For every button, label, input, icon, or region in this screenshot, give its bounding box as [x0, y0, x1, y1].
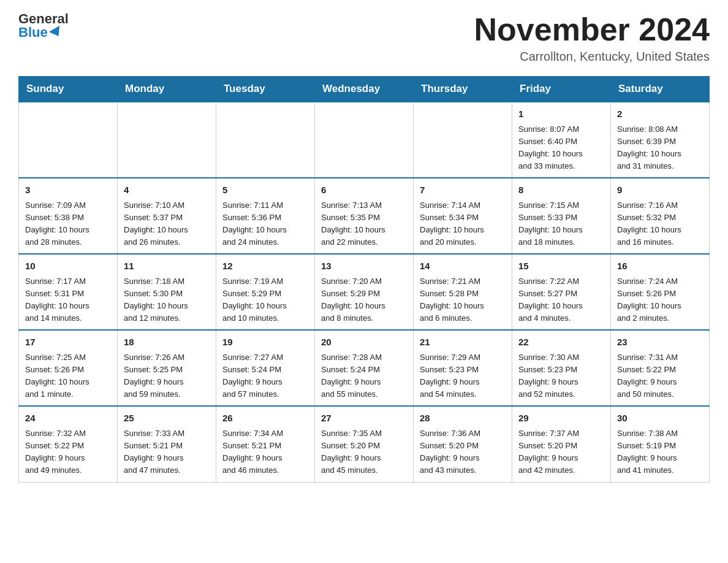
logo: General Blue: [18, 12, 69, 39]
day-number: 16: [617, 259, 703, 274]
day-info: Sunrise: 7:17 AM Sunset: 5:31 PM Dayligh…: [25, 275, 111, 325]
page-header: General Blue November 2024 Carrollton, K…: [18, 12, 710, 64]
day-info: Sunrise: 7:13 AM Sunset: 5:35 PM Dayligh…: [321, 199, 407, 249]
day-number: 28: [420, 412, 506, 426]
calendar-cell: 14Sunrise: 7:21 AM Sunset: 5:28 PM Dayli…: [414, 254, 512, 330]
day-info: Sunrise: 7:37 AM Sunset: 5:20 PM Dayligh…: [518, 427, 604, 477]
day-info: Sunrise: 7:34 AM Sunset: 5:21 PM Dayligh…: [222, 427, 308, 477]
week-row-1: 1Sunrise: 8:07 AM Sunset: 6:40 PM Daylig…: [19, 102, 710, 178]
calendar-cell: 1Sunrise: 8:07 AM Sunset: 6:40 PM Daylig…: [512, 102, 611, 178]
day-info: Sunrise: 7:31 AM Sunset: 5:22 PM Dayligh…: [617, 351, 703, 401]
logo-triangle-icon: [49, 26, 64, 39]
day-number: 13: [321, 259, 407, 274]
day-info: Sunrise: 7:28 AM Sunset: 5:24 PM Dayligh…: [321, 351, 407, 401]
day-info: Sunrise: 7:20 AM Sunset: 5:29 PM Dayligh…: [321, 275, 407, 325]
calendar-cell: 18Sunrise: 7:26 AM Sunset: 5:25 PM Dayli…: [118, 330, 216, 406]
calendar-cell: 4Sunrise: 7:10 AM Sunset: 5:37 PM Daylig…: [118, 178, 216, 254]
title-area: November 2024 Carrollton, Kentucky, Unit…: [474, 12, 710, 64]
day-info: Sunrise: 7:18 AM Sunset: 5:30 PM Dayligh…: [124, 275, 210, 325]
day-number: 15: [518, 259, 604, 274]
calendar-cell: 17Sunrise: 7:25 AM Sunset: 5:26 PM Dayli…: [19, 330, 118, 406]
day-info: Sunrise: 7:16 AM Sunset: 5:32 PM Dayligh…: [617, 199, 703, 249]
calendar-cell: [118, 102, 216, 178]
day-info: Sunrise: 7:10 AM Sunset: 5:37 PM Dayligh…: [124, 199, 210, 249]
day-number: 5: [222, 183, 308, 197]
day-info: Sunrise: 7:19 AM Sunset: 5:29 PM Dayligh…: [222, 275, 308, 325]
calendar-cell: 11Sunrise: 7:18 AM Sunset: 5:30 PM Dayli…: [118, 254, 216, 330]
day-number: 24: [25, 412, 111, 426]
calendar-cell: [315, 102, 414, 178]
day-info: Sunrise: 7:33 AM Sunset: 5:21 PM Dayligh…: [124, 427, 210, 477]
day-info: Sunrise: 7:29 AM Sunset: 5:23 PM Dayligh…: [420, 351, 506, 401]
day-info: Sunrise: 7:22 AM Sunset: 5:27 PM Dayligh…: [518, 275, 604, 325]
day-number: 26: [222, 412, 308, 426]
calendar-cell: 28Sunrise: 7:36 AM Sunset: 5:20 PM Dayli…: [414, 406, 512, 482]
calendar-cell: 6Sunrise: 7:13 AM Sunset: 5:35 PM Daylig…: [315, 178, 414, 254]
day-info: Sunrise: 7:35 AM Sunset: 5:20 PM Dayligh…: [321, 427, 407, 477]
day-number: 21: [420, 335, 506, 350]
day-info: Sunrise: 7:11 AM Sunset: 5:36 PM Dayligh…: [222, 199, 308, 249]
day-number: 18: [124, 335, 210, 350]
day-info: Sunrise: 7:24 AM Sunset: 5:26 PM Dayligh…: [617, 275, 703, 325]
calendar-cell: 24Sunrise: 7:32 AM Sunset: 5:22 PM Dayli…: [19, 406, 118, 482]
col-saturday: Saturday: [611, 77, 710, 102]
day-number: 10: [25, 259, 111, 274]
calendar-cell: 13Sunrise: 7:20 AM Sunset: 5:29 PM Dayli…: [315, 254, 414, 330]
day-number: 23: [617, 335, 703, 350]
calendar-header-row: Sunday Monday Tuesday Wednesday Thursday…: [19, 77, 710, 102]
calendar-table: Sunday Monday Tuesday Wednesday Thursday…: [18, 76, 710, 482]
day-number: 2: [617, 107, 703, 121]
calendar-cell: 9Sunrise: 7:16 AM Sunset: 5:32 PM Daylig…: [611, 178, 710, 254]
day-number: 8: [518, 183, 604, 197]
day-info: Sunrise: 7:36 AM Sunset: 5:20 PM Dayligh…: [420, 427, 506, 477]
day-number: 25: [124, 412, 210, 426]
day-number: 9: [617, 183, 703, 197]
day-number: 4: [124, 183, 210, 197]
day-number: 3: [25, 183, 111, 197]
calendar-cell: 19Sunrise: 7:27 AM Sunset: 5:24 PM Dayli…: [216, 330, 315, 406]
day-info: Sunrise: 8:07 AM Sunset: 6:40 PM Dayligh…: [518, 123, 604, 173]
calendar-cell: 15Sunrise: 7:22 AM Sunset: 5:27 PM Dayli…: [512, 254, 611, 330]
day-info: Sunrise: 7:21 AM Sunset: 5:28 PM Dayligh…: [420, 275, 506, 325]
week-row-2: 3Sunrise: 7:09 AM Sunset: 5:38 PM Daylig…: [19, 178, 710, 254]
day-info: Sunrise: 7:15 AM Sunset: 5:33 PM Dayligh…: [518, 199, 604, 249]
calendar-cell: [19, 102, 118, 178]
day-number: 6: [321, 183, 407, 197]
calendar-cell: [216, 102, 315, 178]
day-number: 14: [420, 259, 506, 274]
calendar-cell: 26Sunrise: 7:34 AM Sunset: 5:21 PM Dayli…: [216, 406, 315, 482]
day-number: 1: [518, 107, 604, 121]
day-number: 7: [420, 183, 506, 197]
day-info: Sunrise: 7:26 AM Sunset: 5:25 PM Dayligh…: [124, 351, 210, 401]
calendar-cell: 30Sunrise: 7:38 AM Sunset: 5:19 PM Dayli…: [611, 406, 710, 482]
day-info: Sunrise: 7:38 AM Sunset: 5:19 PM Dayligh…: [617, 427, 703, 477]
calendar-cell: 10Sunrise: 7:17 AM Sunset: 5:31 PM Dayli…: [19, 254, 118, 330]
calendar-cell: 3Sunrise: 7:09 AM Sunset: 5:38 PM Daylig…: [19, 178, 118, 254]
calendar-cell: 22Sunrise: 7:30 AM Sunset: 5:23 PM Dayli…: [512, 330, 611, 406]
col-wednesday: Wednesday: [315, 77, 414, 102]
week-row-4: 17Sunrise: 7:25 AM Sunset: 5:26 PM Dayli…: [19, 330, 710, 406]
day-info: Sunrise: 7:27 AM Sunset: 5:24 PM Dayligh…: [222, 351, 308, 401]
week-row-5: 24Sunrise: 7:32 AM Sunset: 5:22 PM Dayli…: [19, 406, 710, 482]
day-number: 29: [518, 412, 604, 426]
day-info: Sunrise: 7:25 AM Sunset: 5:26 PM Dayligh…: [25, 351, 111, 401]
day-number: 11: [124, 259, 210, 274]
calendar-cell: 25Sunrise: 7:33 AM Sunset: 5:21 PM Dayli…: [118, 406, 216, 482]
logo-general-text: General: [18, 12, 69, 26]
day-number: 30: [617, 412, 703, 426]
location-subtitle: Carrollton, Kentucky, United States: [474, 50, 710, 64]
day-number: 19: [222, 335, 308, 350]
calendar-cell: 21Sunrise: 7:29 AM Sunset: 5:23 PM Dayli…: [414, 330, 512, 406]
day-info: Sunrise: 8:08 AM Sunset: 6:39 PM Dayligh…: [617, 123, 703, 173]
calendar-cell: 27Sunrise: 7:35 AM Sunset: 5:20 PM Dayli…: [315, 406, 414, 482]
day-number: 17: [25, 335, 111, 350]
calendar-cell: 29Sunrise: 7:37 AM Sunset: 5:20 PM Dayli…: [512, 406, 611, 482]
week-row-3: 10Sunrise: 7:17 AM Sunset: 5:31 PM Dayli…: [19, 254, 710, 330]
day-number: 12: [222, 259, 308, 274]
day-number: 27: [321, 412, 407, 426]
col-thursday: Thursday: [414, 77, 512, 102]
month-title: November 2024: [474, 12, 710, 47]
calendar-cell: 23Sunrise: 7:31 AM Sunset: 5:22 PM Dayli…: [611, 330, 710, 406]
col-tuesday: Tuesday: [216, 77, 315, 102]
col-monday: Monday: [118, 77, 216, 102]
